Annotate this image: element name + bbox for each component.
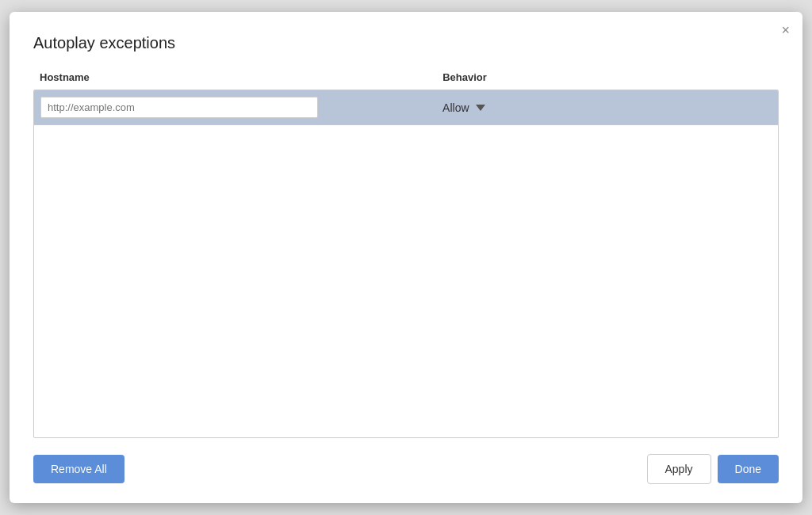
footer-right-buttons: Apply Done bbox=[647, 454, 779, 484]
table-header: Hostname Behavior bbox=[33, 71, 779, 90]
close-button[interactable]: × bbox=[781, 23, 790, 37]
autoplay-exceptions-dialog: × Autoplay exceptions Hostname Behavior … bbox=[10, 12, 802, 503]
table-row: Allow bbox=[34, 90, 778, 125]
apply-button[interactable]: Apply bbox=[647, 454, 711, 484]
done-button[interactable]: Done bbox=[718, 455, 779, 483]
dialog-title: Autoplay exceptions bbox=[33, 34, 779, 52]
exceptions-table: Allow bbox=[33, 90, 779, 438]
remove-all-button[interactable]: Remove All bbox=[33, 455, 124, 483]
behavior-value: Allow bbox=[442, 101, 469, 114]
dialog-footer: Remove All Apply Done bbox=[33, 454, 779, 484]
hostname-cell bbox=[40, 97, 442, 118]
hostname-column-header: Hostname bbox=[40, 71, 442, 83]
behavior-select-wrapper[interactable]: Allow bbox=[442, 101, 485, 114]
behavior-cell: Allow bbox=[442, 101, 772, 114]
chevron-down-icon[interactable] bbox=[476, 105, 485, 111]
close-icon: × bbox=[781, 22, 790, 38]
hostname-input[interactable] bbox=[40, 97, 318, 118]
behavior-column-header: Behavior bbox=[442, 71, 772, 83]
empty-table-area bbox=[34, 125, 778, 402]
